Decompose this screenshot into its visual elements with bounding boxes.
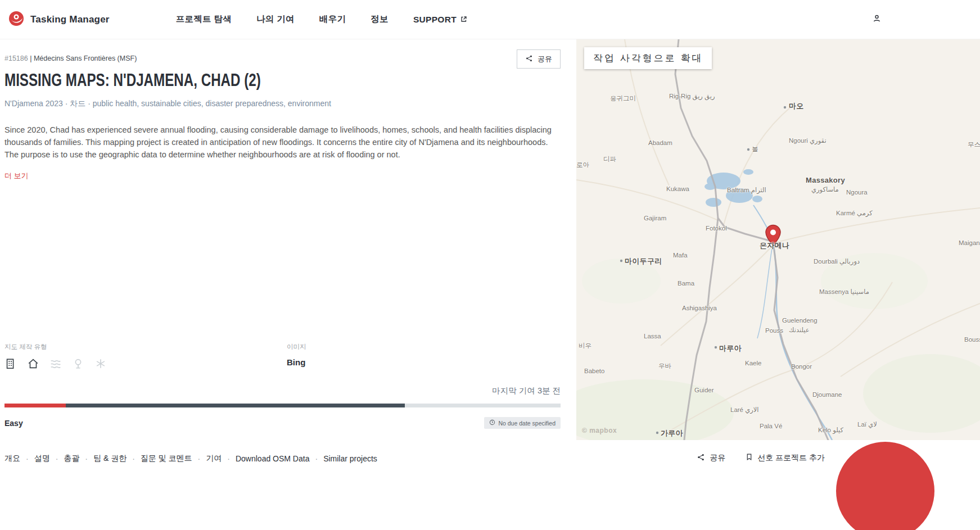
nav-support[interactable]: SUPPORT <box>413 15 467 25</box>
nav-explore-projects[interactable]: 프로젝트 탐색 <box>176 13 232 25</box>
mapbox-attribution[interactable]: © mapbox <box>582 427 617 434</box>
main-content: #15186 | Médecins Sans Frontières (MSF) … <box>0 39 980 440</box>
zoom-to-tasks-button[interactable]: 작업 사각형으로 확대 <box>584 47 712 69</box>
top-nav: Tasking Manager 프로젝트 탐색 나의 기여 배우기 정보 SUP… <box>0 0 980 39</box>
main-nav: 프로젝트 탐색 나의 기여 배우기 정보 SUPPORT <box>176 13 467 25</box>
footer-share-label: 공유 <box>710 453 725 463</box>
mapping-type-icons <box>4 357 107 370</box>
profile-menu-button[interactable] <box>873 14 881 25</box>
separator: · <box>132 454 135 463</box>
project-description: Since 2020, Chad has experienced severe … <box>4 124 558 161</box>
panel-bottom-row: Easy No due date specified <box>4 417 561 429</box>
nav-support-label: SUPPORT <box>413 15 457 25</box>
project-map: 응귀그미Rig-Rig ريق ريق마오무스로Ngouri نقوري볼Aba… <box>576 39 980 440</box>
mapping-types-label: 지도 제작 유형 <box>4 343 107 351</box>
imagery-label: 이미지 <box>287 343 306 351</box>
add-favorite-label: 선호 프로젝트 추가 <box>757 453 825 463</box>
progress-bar <box>4 404 561 407</box>
footer-actions: 공유 선호 프로젝트 추가 <box>697 452 825 463</box>
waterways-icon <box>49 357 62 370</box>
clock-icon <box>489 419 495 427</box>
read-more-link[interactable]: 더 보기 <box>4 171 29 181</box>
footer-share-button[interactable]: 공유 <box>697 453 725 463</box>
separator: · <box>198 454 201 463</box>
footer-link-questions-comments[interactable]: 질문 및 코멘트 <box>141 454 192 464</box>
last-contribution: 마지막 기여 3분 전 <box>492 386 561 396</box>
footer-link-coordination[interactable]: 총괄 <box>64 454 79 464</box>
due-date-badge-label: No due date specified <box>498 420 556 427</box>
nav-learn[interactable]: 배우기 <box>319 13 346 25</box>
project-id: #15186 <box>4 55 28 62</box>
mapping-types-section: 지도 제작 유형 <box>4 343 107 370</box>
hot-logo-icon <box>8 10 25 29</box>
project-footer: 개요 · 설명 · 총괄 · 팀 & 권한 · 질문 및 코멘트 · 기여 · … <box>0 440 980 530</box>
imagery-value: Bing <box>287 357 306 367</box>
footer-link-download-osm-data[interactable]: Download OSM Data <box>236 454 310 463</box>
separator: · <box>227 454 230 463</box>
external-link-icon <box>460 15 467 25</box>
share-button[interactable]: 공유 <box>517 49 561 69</box>
map-canvas[interactable] <box>576 39 980 440</box>
buildings-icon <box>4 357 17 370</box>
progress-segment-dark <box>66 404 405 407</box>
project-organisation: | Médecins Sans Frontières (MSF) <box>30 55 137 62</box>
project-campaign-tags: N'Djamena 2023 · 차드 · public health, sus… <box>4 99 331 109</box>
nav-my-contributions[interactable]: 나의 기여 <box>256 13 295 25</box>
project-id-line: #15186 | Médecins Sans Frontières (MSF) <box>4 49 137 62</box>
progress-segment-red <box>4 404 66 407</box>
share-icon <box>525 55 533 64</box>
footer-link-similar-projects[interactable]: Similar projects <box>323 454 377 463</box>
share-icon <box>697 453 705 463</box>
separator: · <box>315 454 318 463</box>
brand-title: Tasking Manager <box>30 14 110 25</box>
section-links: 개요 · 설명 · 총괄 · 팀 & 권한 · 질문 및 코멘트 · 기여 · … <box>4 454 377 464</box>
footer-link-overview[interactable]: 개요 <box>4 454 20 464</box>
separator: · <box>85 454 88 463</box>
landuse-icon <box>72 357 84 370</box>
nav-about[interactable]: 정보 <box>371 13 389 25</box>
footer-link-teams-permissions[interactable]: 팀 & 권한 <box>93 454 127 464</box>
roads-home-icon <box>27 357 39 370</box>
project-title: MISSING MAPS: N'DJAMENA, CHAD (2) <box>4 70 261 90</box>
tasking-manager-app: Tasking Manager 프로젝트 탐색 나의 기여 배우기 정보 SUP… <box>0 0 980 530</box>
project-meta-row: #15186 | Médecins Sans Frontières (MSF) … <box>4 49 561 69</box>
other-asterisk-icon <box>94 357 107 370</box>
separator: · <box>26 454 29 463</box>
share-button-label: 공유 <box>538 54 552 64</box>
difficulty-label: Easy <box>4 419 23 428</box>
footer-link-contributions[interactable]: 기여 <box>206 454 222 464</box>
add-favorite-button[interactable]: 선호 프로젝트 추가 <box>746 452 825 463</box>
imagery-section: 이미지 Bing <box>287 343 306 367</box>
due-date-badge: No due date specified <box>484 417 561 429</box>
project-detail-panel: #15186 | Médecins Sans Frontières (MSF) … <box>0 39 576 440</box>
bookmark-icon <box>746 452 753 463</box>
separator: · <box>56 454 58 463</box>
person-icon <box>873 14 881 25</box>
footer-link-description[interactable]: 설명 <box>34 454 50 464</box>
red-corner-decoration <box>836 442 934 530</box>
brand-home-link[interactable]: Tasking Manager <box>0 10 110 29</box>
